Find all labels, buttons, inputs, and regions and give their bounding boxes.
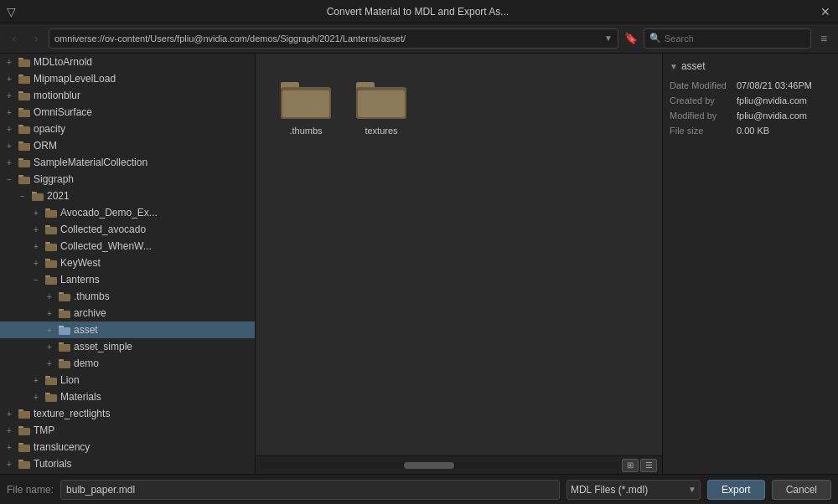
- folder-icon-lanterns: [44, 274, 58, 285]
- folder-icon-lion: [44, 374, 58, 386]
- sidebar-item-motionblur[interactable]: +motionblur: [0, 87, 255, 104]
- close-button[interactable]: ✕: [820, 6, 831, 18]
- sidebar-item-collected_when[interactable]: +Collected_WhenW...: [0, 238, 255, 255]
- sidebar-item-translucency[interactable]: +translucency: [0, 439, 255, 455]
- filetype-select[interactable]: MDL Files (*.mdl) ▼: [566, 480, 701, 500]
- sidebar-item-thumbs[interactable]: +.thumbs: [0, 288, 255, 305]
- svg-rect-11: [18, 143, 30, 151]
- tree-toggle-texture_rectlights[interactable]: +: [3, 408, 15, 419]
- sidebar-item-demo[interactable]: +demo: [0, 355, 255, 372]
- tree-toggle-archive[interactable]: +: [44, 307, 55, 319]
- scrollbar-thumb[interactable]: [404, 462, 454, 469]
- folder-icon-motionblur: [18, 90, 31, 101]
- sidebar-item-orm[interactable]: +ORM: [0, 137, 255, 154]
- file-label-textures-folder: textures: [365, 126, 397, 136]
- sidebar-item-twinbru[interactable]: +Twinbru...: [0, 472, 255, 474]
- tree-label-2021: 2021: [47, 190, 70, 202]
- tree-toggle-lanterns[interactable]: −: [30, 274, 42, 285]
- folder-large-icon-thumbs-folder: [279, 75, 333, 122]
- sidebar-item-avocado[interactable]: +Avocado_Demo_Ex...: [0, 204, 255, 221]
- tree-toggle-omnisurface[interactable]: +: [3, 106, 15, 118]
- file-grid: .thumbstextures: [256, 54, 662, 455]
- nav-menu-button[interactable]: ≡: [815, 29, 833, 48]
- tree-toggle-tmp[interactable]: +: [3, 424, 15, 436]
- svg-rect-35: [59, 344, 70, 352]
- info-value: 0.00 KB: [737, 126, 831, 136]
- tree-toggle-collected_when[interactable]: +: [30, 240, 42, 252]
- folder-icon-collected_when: [44, 240, 58, 252]
- cancel-button[interactable]: Cancel: [772, 480, 831, 500]
- bookmark-icon[interactable]: 🔖: [622, 29, 640, 48]
- folder-icon-siggraph: [18, 173, 31, 185]
- tree-toggle-collected_avocado[interactable]: +: [30, 224, 42, 235]
- tree-toggle-samplematerial[interactable]: +: [3, 157, 15, 168]
- tree-toggle-lion[interactable]: +: [30, 374, 42, 386]
- sidebar-item-lanterns[interactable]: −Lanterns: [0, 271, 255, 288]
- file-item-textures-folder[interactable]: textures: [348, 70, 415, 141]
- tree-toggle-demo[interactable]: +: [44, 357, 55, 369]
- sidebar-item-asset[interactable]: +asset: [0, 321, 255, 338]
- sidebar-item-tmp[interactable]: +TMP: [0, 422, 255, 439]
- tree-toggle-materials[interactable]: +: [30, 391, 42, 403]
- sidebar-item-mipmaplevelload[interactable]: +MipmapLevelLoad: [0, 70, 255, 87]
- tree-toggle-mdltoarnold[interactable]: +: [3, 56, 15, 68]
- sidebar-item-siggraph[interactable]: −Siggraph: [0, 171, 255, 188]
- tree-toggle-motionblur[interactable]: +: [3, 90, 15, 101]
- sidebar-item-materials[interactable]: +Materials: [0, 388, 255, 405]
- file-item-thumbs-folder[interactable]: .thumbs: [272, 70, 339, 141]
- sidebar-item-lion[interactable]: +Lion: [0, 372, 255, 388]
- sidebar-item-opacity[interactable]: +opacity: [0, 121, 255, 137]
- list-view-button[interactable]: ☰: [640, 459, 657, 472]
- file-area: .thumbstextures ⊞ ☰: [256, 54, 662, 474]
- sidebar: +MDLtoArnold+MipmapLevelLoad+motionblur+…: [0, 54, 256, 474]
- tree-toggle-asset_simple[interactable]: +: [44, 341, 55, 352]
- folder-icon-keywest: [44, 257, 58, 269]
- tree-toggle-asset[interactable]: +: [44, 324, 55, 336]
- tree-toggle-avocado[interactable]: +: [30, 207, 42, 219]
- tree-toggle-thumbs[interactable]: +: [44, 291, 55, 302]
- tree-label-materials: Materials: [60, 391, 101, 403]
- folder-large-icon-textures-folder: [354, 75, 408, 122]
- svg-rect-45: [18, 428, 30, 435]
- sidebar-item-mdltoarnold[interactable]: +MDLtoArnold: [0, 54, 255, 70]
- svg-rect-47: [18, 445, 30, 452]
- sidebar-item-tutorials[interactable]: +Tutorials: [0, 455, 255, 472]
- grid-view-button[interactable]: ⊞: [622, 459, 639, 472]
- tree-label-siggraph: Siggraph: [34, 173, 74, 185]
- filename-input[interactable]: [60, 480, 560, 500]
- sidebar-item-archive[interactable]: +archive: [0, 305, 255, 321]
- sidebar-item-2021[interactable]: −2021: [0, 188, 255, 204]
- folder-icon-orm: [18, 140, 31, 152]
- tree-toggle-keywest[interactable]: +: [30, 257, 42, 269]
- sidebar-item-collected_avocado[interactable]: +Collected_avocado: [0, 221, 255, 238]
- svg-rect-7: [18, 110, 30, 117]
- tree-label-motionblur: motionblur: [34, 90, 80, 101]
- sidebar-item-keywest[interactable]: +KeyWest: [0, 255, 255, 271]
- search-bar[interactable]: 🔍: [644, 28, 811, 49]
- back-button[interactable]: ‹: [5, 29, 23, 48]
- tree-toggle-orm[interactable]: +: [3, 140, 15, 152]
- tree-label-lanterns: Lanterns: [60, 274, 100, 285]
- search-input[interactable]: [665, 33, 805, 44]
- tree-toggle-2021[interactable]: −: [17, 190, 28, 202]
- scrollbar-track[interactable]: [261, 462, 618, 469]
- tree-toggle-siggraph[interactable]: −: [3, 173, 15, 185]
- tree-label-collected_when: Collected_WhenW...: [60, 240, 152, 252]
- export-button[interactable]: Export: [707, 480, 765, 500]
- sidebar-item-samplematerial[interactable]: +SampleMaterialCollection: [0, 154, 255, 171]
- svg-rect-25: [45, 260, 57, 268]
- path-bar[interactable]: omniverse://ov-content/Users/fpliu@nvidi…: [49, 28, 618, 49]
- sidebar-item-texture_rectlights[interactable]: +texture_rectlights: [0, 405, 255, 422]
- sidebar-item-omnisurface[interactable]: +OmniSurface: [0, 104, 255, 121]
- sidebar-item-asset_simple[interactable]: +asset_simple: [0, 338, 255, 355]
- tree-toggle-translucency[interactable]: +: [3, 441, 15, 453]
- bottombar: File name: MDL Files (*.mdl) ▼ Export Ca…: [0, 474, 838, 504]
- tree-toggle-mipmaplevelload[interactable]: +: [3, 73, 15, 85]
- folder-icon-demo: [58, 357, 71, 369]
- tree-toggle-opacity[interactable]: +: [3, 123, 15, 135]
- tree-label-avocado: Avocado_Demo_Ex...: [60, 207, 158, 219]
- svg-rect-21: [45, 227, 57, 234]
- forward-button[interactable]: ›: [27, 29, 45, 48]
- tree-toggle-tutorials[interactable]: +: [3, 458, 15, 470]
- svg-rect-15: [18, 177, 30, 184]
